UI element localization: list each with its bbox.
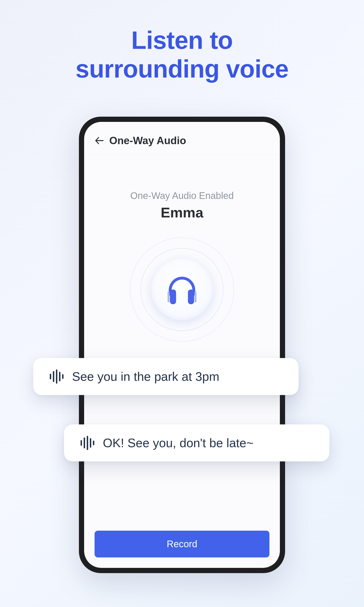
- phone-mock-container: One-Way Audio One-Way Audio Enabled Emma: [79, 117, 285, 573]
- arrow-left-icon: [95, 137, 104, 145]
- waveform-icon: [80, 436, 94, 450]
- back-button[interactable]: [94, 136, 104, 145]
- transcript-bubble: See you in the park at 3pm: [33, 358, 299, 395]
- transcript-text: OK! See you, don't be late~: [103, 436, 254, 450]
- transcript-bubble: OK! See you, don't be late~: [64, 424, 329, 462]
- status-label: One-Way Audio Enabled: [130, 190, 234, 201]
- phone-frame: One-Way Audio One-Way Audio Enabled Emma: [79, 117, 285, 573]
- audio-visualizer: [130, 237, 234, 342]
- record-button[interactable]: Record: [94, 531, 270, 557]
- waveform-icon: [50, 369, 64, 384]
- nav-bar: One-Way Audio: [84, 122, 280, 155]
- screen-content: One-Way Audio Enabled Emma: [84, 155, 280, 531]
- nav-title: One-Way Audio: [109, 135, 186, 146]
- page-headline: Listen tosurrounding voice: [76, 26, 289, 83]
- transcript-text: See you in the park at 3pm: [72, 369, 220, 384]
- visualizer-ring-inner: [141, 248, 223, 331]
- phone-screen: One-Way Audio One-Way Audio Enabled Emma: [84, 122, 280, 568]
- person-name: Emma: [161, 204, 203, 221]
